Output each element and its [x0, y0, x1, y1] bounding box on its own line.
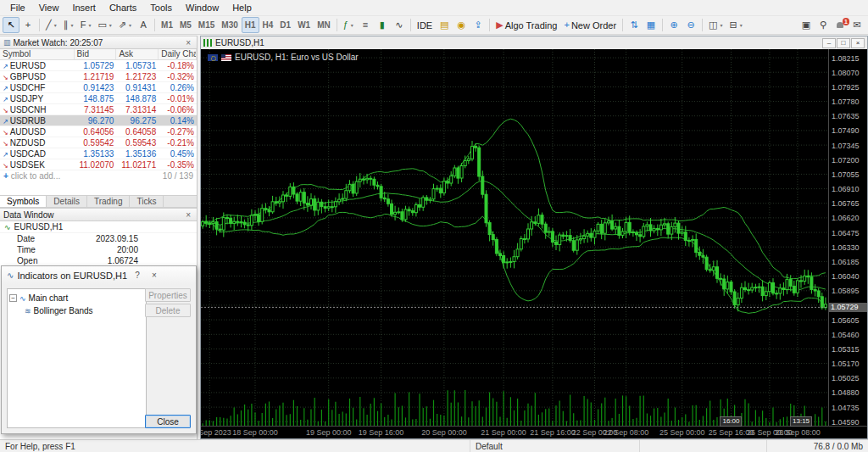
timeframe-w1[interactable]: W1 [294, 17, 314, 33]
menu-help[interactable]: Help [225, 1, 259, 14]
data-window-header: Data Window × [0, 208, 197, 221]
column-header-bid[interactable]: Bid [75, 49, 117, 59]
dialog-close-icon[interactable]: × [147, 270, 161, 282]
timeframe-m5[interactable]: M5 [176, 17, 195, 33]
market-watch-add-row[interactable]: + click to add... 10 / 139 [0, 170, 197, 181]
tool-screenshot[interactable]: ▣ [798, 17, 815, 33]
tool-publish[interactable]: ⇪ [470, 17, 487, 33]
tool-fibonacci-tools[interactable]: F▾ [77, 17, 95, 33]
tool-indicators[interactable]: ƒ▾ [340, 17, 357, 33]
market-watch-row-usdsek[interactable]: ↘USDSEK11.0207011.02171-0.35% [0, 159, 197, 170]
restore-button[interactable]: □ [837, 38, 850, 48]
tick-arrow-icon: ↗ [3, 63, 8, 70]
chart-titlebar[interactable]: EURUSD,H1 – □ × [201, 36, 867, 49]
us-flag-icon [221, 54, 231, 61]
tool-crosshair[interactable]: + [19, 17, 36, 33]
tree-item-main-chart[interactable]: − ∿ Main chart [9, 292, 144, 304]
symbol-name: USDCHF [10, 83, 46, 92]
price-tick-label: 1.06040 [832, 272, 860, 281]
symbol-name: USDCAD [10, 149, 46, 159]
chart-close-button[interactable]: × [851, 38, 865, 48]
market-watch-row-audusd[interactable]: ↘AUDUSD0.640560.64058-0.27% [0, 126, 197, 137]
timeframe-m15[interactable]: M15 [195, 17, 218, 33]
market-watch-rows: ↗EURUSD1.057291.05731-0.18%↘GBPUSD1.2171… [0, 60, 197, 170]
market-watch-row-usdcad[interactable]: ↗USDCAD1.351331.351360.45% [0, 148, 197, 159]
tool-journal[interactable]: ▤ [436, 17, 453, 33]
tool-text-tool[interactable]: A [135, 17, 152, 33]
timeframe-mn[interactable]: MN [314, 17, 334, 33]
tool-line-tools[interactable]: ╱▾ [42, 17, 60, 33]
menu-charts[interactable]: Charts [103, 1, 143, 14]
tree-collapse-icon[interactable]: − [9, 294, 17, 302]
tool-layout-vertical[interactable]: ⊟▾ [726, 17, 745, 33]
data-window-close-icon[interactable]: × [183, 210, 193, 220]
tool-notifications[interactable]: 1 [832, 17, 849, 33]
price-axis[interactable]: 1.082151.080701.079251.077801.076351.074… [828, 49, 867, 426]
timeframe-d1[interactable]: D1 [276, 17, 294, 33]
tool-news[interactable]: ◉ [453, 17, 470, 33]
price-tick-label: 1.04880 [832, 388, 860, 397]
tool-chart-bars[interactable]: ≡ [357, 17, 374, 33]
tool-chart-candles[interactable]: ▮ [374, 17, 391, 33]
tool-shape-tools[interactable]: ▭▾ [94, 17, 114, 33]
status-profile[interactable]: Default [470, 440, 639, 452]
indicators-dialog-titlebar[interactable]: ∿ Indicators on EURUSD,H1 ? × [2, 266, 196, 284]
tree-item-bollinger-bands[interactable]: ≋ Bollinger Bands [9, 304, 144, 317]
menu-insert[interactable]: Insert [65, 1, 103, 14]
price-tick-label: 1.07925 [832, 83, 860, 92]
tool-chat[interactable]: ✉ [849, 17, 865, 33]
menu-tools[interactable]: Tools [143, 1, 179, 14]
tool-arrange-windows[interactable]: ⇅ [626, 17, 643, 33]
crosshair-icon: + [25, 20, 31, 30]
column-header-ask[interactable]: Ask [116, 49, 159, 59]
market-watch-row-usdrub[interactable]: ↗USDRUB96.27096.2750.14% [0, 115, 197, 126]
market-watch-row-nzdusd[interactable]: ↘NZDUSD0.595420.59543-0.21% [0, 137, 197, 148]
close-button[interactable]: Close [145, 415, 191, 428]
market-watch-row-usdjpy[interactable]: ↗USDJPY148.875148.878-0.01% [0, 93, 197, 104]
time-tick-label: 20 Sep 00:00 [421, 428, 467, 437]
minimize-button[interactable]: – [822, 38, 836, 48]
tool-channel-tools[interactable]: ∥▾ [60, 17, 77, 33]
timeframe-m30[interactable]: M30 [218, 17, 241, 33]
market-watch-close-icon[interactable]: × [183, 38, 193, 47]
tool-arrow-tools[interactable]: ⇗▾ [115, 17, 135, 33]
symbol-count: 10 / 139 [163, 171, 193, 181]
indicator-icon: ≋ [25, 307, 31, 315]
tool-ide[interactable]: IDE [414, 17, 436, 33]
tool-search[interactable]: ⚲ [815, 17, 832, 33]
data-window-instrument-row[interactable]: ∿ EURUSD,H1 [0, 221, 197, 233]
tool-layout-horizontal[interactable]: ◫▾ [705, 17, 726, 33]
tab-symbols[interactable]: Symbols [0, 196, 47, 207]
ask-cell: 0.91431 [116, 83, 159, 92]
chart-area[interactable]: EURUSD, H1: Euro vs US Dollar 1.082151.0… [201, 49, 867, 438]
menu-view[interactable]: View [32, 1, 66, 14]
tab-trading[interactable]: Trading [87, 196, 131, 207]
market-watch-row-usdchf[interactable]: ↗USDCHF0.914230.914310.26% [0, 82, 197, 93]
time-tick-label: 19 Sep 16:00 [359, 428, 404, 437]
column-header-symbol[interactable]: Symbol [0, 49, 75, 59]
timeframe-m1[interactable]: M1 [158, 17, 176, 33]
axis-corner [828, 426, 867, 438]
tool-cursor[interactable]: ↖ [3, 17, 19, 33]
market-watch-row-eurusd[interactable]: ↗EURUSD1.057291.05731-0.18% [0, 60, 197, 71]
tab-details[interactable]: Details [47, 196, 87, 207]
menu-window[interactable]: Window [179, 1, 225, 14]
tool-algo-trading[interactable]: ▶Algo Trading [492, 17, 560, 33]
dialog-help-button[interactable]: ? [131, 270, 144, 282]
new-order-label: New Order [571, 20, 616, 31]
tool-new-order[interactable]: +New Order [560, 17, 620, 33]
tool-tile-windows[interactable]: ▦ [643, 17, 659, 33]
time-axis[interactable]: 15 Sep 202318 Sep 00:0019 Sep 00:0019 Se… [201, 426, 828, 438]
timeframe-h1[interactable]: H1 [242, 17, 259, 33]
tool-zoom-in[interactable]: ⊕ [665, 17, 682, 33]
tab-ticks[interactable]: Ticks [130, 196, 164, 207]
column-header-dailycha[interactable]: Daily Cha... [159, 49, 197, 59]
market-watch-row-usdcnh[interactable]: ↘USDCNH7.311457.31314-0.06% [0, 104, 197, 115]
new-order-icon: + [564, 20, 569, 30]
tool-zoom-out[interactable]: ⊖ [682, 17, 699, 33]
tool-chart-line[interactable]: ∿ [391, 17, 408, 33]
chart-window-controls: – □ × [822, 38, 865, 48]
timeframe-h4[interactable]: H4 [259, 17, 277, 33]
market-watch-row-gbpusd[interactable]: ↘GBPUSD1.217191.21723-0.32% [0, 71, 197, 82]
menu-file[interactable]: File [3, 1, 32, 14]
